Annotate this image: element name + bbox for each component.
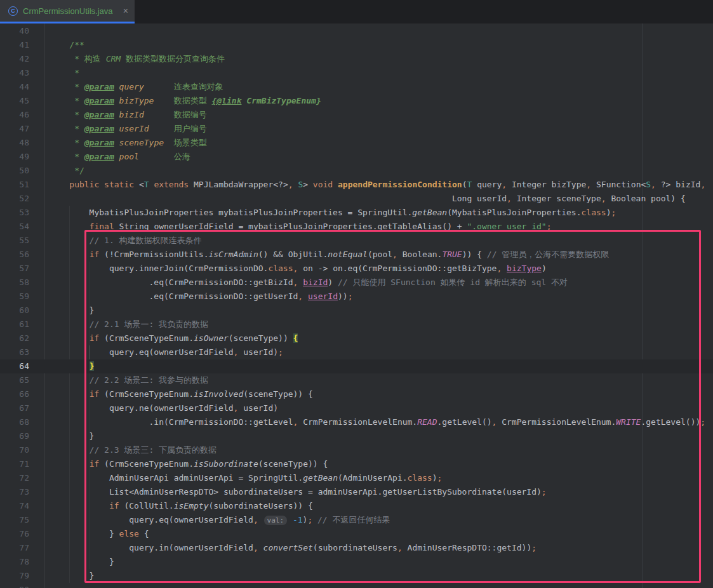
code-line[interactable]: 62 if (CrmSceneTypeEnum.isOwner(sceneTyp… xyxy=(0,331,713,345)
code-line[interactable]: 50 */ xyxy=(0,164,713,178)
line-number[interactable]: 57 xyxy=(0,262,29,276)
line-number[interactable]: 49 xyxy=(0,150,29,164)
line-number[interactable]: 66 xyxy=(0,387,29,401)
code-line[interactable]: 55 // 1. 构建数据权限连表条件 xyxy=(0,234,713,248)
code-line[interactable]: 48 * @param sceneType 场景类型 xyxy=(0,136,713,150)
line-number[interactable]: 59 xyxy=(0,290,29,304)
code-line[interactable]: 66 if (CrmSceneTypeEnum.isInvolved(scene… xyxy=(0,387,713,401)
line-number[interactable]: 43 xyxy=(0,66,29,80)
line-number[interactable]: 44 xyxy=(0,80,29,94)
line-number[interactable]: 50 xyxy=(0,164,29,178)
line-number[interactable]: 76 xyxy=(0,527,29,541)
code-line[interactable]: 41 /** xyxy=(0,38,713,52)
code-token-text: CrmPermissionLevelEnum. xyxy=(496,417,616,427)
editor-tab-crmpermissionutils[interactable]: C CrmPermissionUtils.java × xyxy=(0,0,135,23)
code-line[interactable]: 76 } else { xyxy=(0,527,713,541)
code-line[interactable]: 45 * @param bizType 数据类型 {@link CrmBizTy… xyxy=(0,94,713,108)
code-line[interactable]: 60 } xyxy=(0,304,713,317)
line-number[interactable]: 69 xyxy=(0,429,29,443)
code-line[interactable]: 54 final String ownerUserIdField = mybat… xyxy=(0,220,713,234)
line-number[interactable]: 74 xyxy=(0,499,29,513)
line-number[interactable]: 75 xyxy=(0,513,29,527)
line-number[interactable]: 53 xyxy=(0,206,29,220)
line-number[interactable]: 46 xyxy=(0,108,29,122)
line-number[interactable]: 55 xyxy=(0,234,29,248)
line-number[interactable]: 56 xyxy=(0,248,29,262)
code-line[interactable]: 44 * @param query 连表查询对象 xyxy=(0,80,713,94)
code-line[interactable]: 51 public static <T extends MPJLambdaWra… xyxy=(0,178,713,192)
code-token-keyword-u: ; xyxy=(547,222,552,231)
line-number[interactable]: 79 xyxy=(0,569,29,583)
code-token-keyword: , xyxy=(298,291,303,301)
code-token-text xyxy=(312,515,317,525)
code-line[interactable]: 47 * @param userId 用户编号 xyxy=(0,122,713,136)
line-number[interactable]: 60 xyxy=(0,304,29,317)
code-line[interactable]: 52 Long userId, Integer sceneType, Boole… xyxy=(0,192,713,206)
code-line[interactable]: 61 // 2.1 场景一: 我负责的数据 xyxy=(0,317,713,331)
code-line[interactable]: 42 * 构造 CRM 数据类型数据分页查询条件 xyxy=(0,52,713,66)
line-number[interactable]: 41 xyxy=(0,38,29,52)
code-token-text: ( xyxy=(462,180,467,189)
code-line[interactable]: 78 } xyxy=(0,555,713,569)
line-number[interactable]: 63 xyxy=(0,345,29,359)
code-line[interactable]: 80 xyxy=(0,583,713,588)
code-line[interactable]: 68 .in(CrmPermissionDO::getLevel, CrmPer… xyxy=(0,415,713,429)
line-number[interactable]: 61 xyxy=(0,317,29,331)
code-token-comment: // 2.3 场景三: 下属负责的数据 xyxy=(50,445,217,455)
code-text: } xyxy=(44,359,713,373)
line-number[interactable]: 40 xyxy=(0,24,29,38)
code-token-param-ref: userId xyxy=(308,291,338,301)
line-number[interactable]: 54 xyxy=(0,220,29,234)
line-number[interactable]: 52 xyxy=(0,192,29,206)
code-token-doc-tag: @param xyxy=(84,138,114,147)
code-editor[interactable]: 4041 /**42 * 构造 CRM 数据类型数据分页查询条件43 *44 *… xyxy=(0,23,713,588)
code-line[interactable]: 59 .eq(CrmPermissionDO::getUserId, userI… xyxy=(0,290,713,304)
tab-close-icon[interactable]: × xyxy=(123,6,128,15)
line-number[interactable]: 67 xyxy=(0,401,29,415)
line-number[interactable]: 48 xyxy=(0,136,29,150)
line-number[interactable]: 64 xyxy=(0,359,29,373)
line-number[interactable]: 68 xyxy=(0,415,29,429)
code-line[interactable]: 77 query.in(ownerUserIdField, convertSet… xyxy=(0,541,713,555)
line-number[interactable]: 72 xyxy=(0,471,29,485)
code-token-keyword: , xyxy=(288,180,293,189)
code-line[interactable]: 43 * xyxy=(0,66,713,80)
code-line[interactable]: 57 query.innerJoin(CrmPermissionDO.class… xyxy=(0,262,713,276)
line-number[interactable]: 71 xyxy=(0,457,29,471)
line-number[interactable]: 58 xyxy=(0,276,29,290)
code-line[interactable]: 71 if (CrmSceneTypeEnum.isSubordinate(sc… xyxy=(0,457,713,471)
code-line[interactable]: 63 query.eq(ownerUserIdField, userId); xyxy=(0,345,713,359)
code-line[interactable]: 53 MybatisPlusJoinProperties mybatisPlus… xyxy=(0,206,713,220)
code-token-text: )) { xyxy=(462,250,487,259)
line-number[interactable]: 77 xyxy=(0,541,29,555)
code-line[interactable]: 75 query.eq(ownerUserIdField, val: -1); … xyxy=(0,513,713,527)
line-number[interactable]: 65 xyxy=(0,373,29,387)
code-token-doc-param: sceneType xyxy=(114,138,164,147)
code-line[interactable]: 56 if (!CrmPermissionUtils.isCrmAdmin() … xyxy=(0,248,713,262)
line-number[interactable]: 45 xyxy=(0,94,29,108)
code-token-text: } xyxy=(50,571,94,580)
line-number[interactable]: 62 xyxy=(0,331,29,345)
code-line[interactable]: 58 .eq(CrmPermissionDO::getBizId, bizId)… xyxy=(0,276,713,290)
code-line[interactable]: 74 if (CollUtil.isEmpty(subordinateUsers… xyxy=(0,499,713,513)
line-number[interactable]: 51 xyxy=(0,178,29,192)
line-number[interactable]: 42 xyxy=(0,52,29,66)
line-number[interactable]: 78 xyxy=(0,555,29,569)
line-number[interactable]: 80 xyxy=(0,583,29,588)
code-line[interactable]: 65 // 2.2 场景二: 我参与的数据 xyxy=(0,373,713,387)
code-line[interactable]: 79 } xyxy=(0,569,713,583)
code-token-text: (pool xyxy=(368,250,392,259)
code-line[interactable]: 72 AdminUserApi adminUserApi = SpringUti… xyxy=(0,471,713,485)
code-line[interactable]: 46 * @param bizId 数据编号 xyxy=(0,108,713,122)
code-line[interactable]: 40 xyxy=(0,24,713,38)
code-line[interactable]: 69 } xyxy=(0,429,713,443)
code-token-number: -1 xyxy=(293,515,303,525)
line-number[interactable]: 73 xyxy=(0,485,29,499)
code-line[interactable]: 70 // 2.3 场景三: 下属负责的数据 xyxy=(0,443,713,457)
line-number[interactable]: 47 xyxy=(0,122,29,136)
code-line[interactable]: 49 * @param pool 公海 xyxy=(0,150,713,164)
code-line[interactable]: 73 List<AdminUserRespDTO> subordinateUse… xyxy=(0,485,713,499)
code-line-active[interactable]: 64 } xyxy=(0,359,713,373)
code-line[interactable]: 67 query.ne(ownerUserIdField, userId) xyxy=(0,401,713,415)
line-number[interactable]: 70 xyxy=(0,443,29,457)
